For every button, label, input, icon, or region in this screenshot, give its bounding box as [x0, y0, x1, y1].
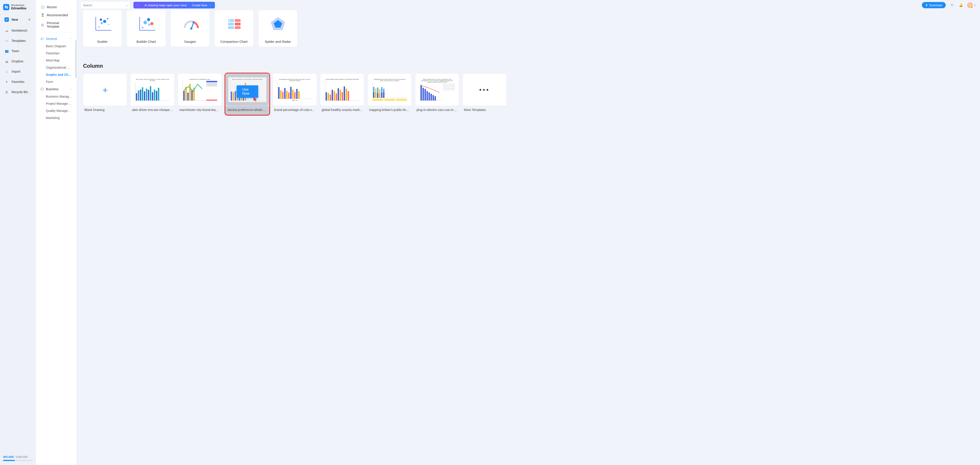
- template-cola-brand[interactable]: Percentage of people who listed each typ…: [273, 73, 317, 115]
- sub-org-chart[interactable]: Organizational Chart: [38, 64, 75, 71]
- ai-banner[interactable]: // AI drawing helps open your mind Creat…: [134, 2, 215, 8]
- new-label: New: [11, 18, 18, 21]
- more-icon: •••: [479, 86, 490, 93]
- caret-down-icon: ▼: [974, 4, 976, 6]
- plus-icon: ＋: [101, 84, 110, 96]
- template-more[interactable]: ••• More Templates: [463, 73, 506, 115]
- sec-recommended[interactable]: 🏅Recommended: [38, 11, 75, 19]
- sub-basic-diagram[interactable]: Basic Diagram: [38, 43, 75, 50]
- svg-point-7: [108, 24, 109, 25]
- template-grid: ＋ Blank Drawing Uber Drivers: EVs are ch…: [83, 73, 974, 115]
- badge-icon: 🏅: [41, 13, 45, 17]
- svg-point-14: [150, 22, 153, 25]
- storage-total: 2048.00M: [16, 455, 28, 459]
- new-button[interactable]: ＋ New ＋: [2, 14, 35, 25]
- storage-indicator: 800.45M / 2048.00M: [0, 453, 36, 465]
- sec-recent[interactable]: 🕑Recent: [38, 3, 75, 11]
- svg-point-3: [101, 22, 103, 24]
- sub-marketing[interactable]: Marketing: [38, 114, 75, 121]
- nav-workbench[interactable]: ☁Workbench: [2, 26, 35, 35]
- svg-text:✓: ✓: [237, 23, 239, 25]
- nav-dropbox[interactable]: ⬓Dropbox: [2, 57, 35, 66]
- team-icon: 👥: [5, 49, 9, 53]
- cursor-icon: [253, 97, 258, 102]
- category-general[interactable]: 🏷General ﹀: [38, 35, 75, 43]
- avatar: [967, 2, 973, 8]
- tag-icon: 🏷: [41, 37, 44, 41]
- chevron-down-icon: ﹀: [70, 37, 72, 41]
- ai-banner-text: AI drawing helps open your mind: [144, 3, 186, 7]
- cloud-icon: ☁: [5, 28, 9, 33]
- user-menu[interactable]: ▼: [967, 2, 976, 8]
- trash-icon: 🗑: [5, 90, 9, 94]
- storage-bar: [3, 460, 33, 461]
- dropbox-icon: ⬓: [5, 59, 9, 64]
- comparison-icon: ✓: [215, 10, 253, 37]
- nav-templates[interactable]: ▭Templates: [2, 36, 35, 45]
- svg-point-6: [107, 18, 108, 20]
- svg-rect-18: [235, 19, 240, 22]
- svg-point-12: [148, 23, 151, 26]
- svg-point-11: [143, 21, 147, 24]
- radar-icon: [259, 10, 297, 37]
- svg-rect-19: [228, 23, 234, 25]
- template-snacks[interactable]: Global Healthy Snacks Market vs US Marke…: [320, 73, 364, 115]
- search-input[interactable]: [83, 3, 121, 7]
- ai-create-now[interactable]: Create Now→: [192, 3, 212, 7]
- category-business[interactable]: 🖵Business ﹀: [38, 85, 75, 93]
- nav-favorites[interactable]: ♥Favorites: [2, 77, 35, 86]
- template-plugin-ev[interactable]: Plug-in Electric cars in use as a propor…: [415, 73, 459, 115]
- brand-bottom: EdrawMax: [11, 7, 27, 10]
- help-icon[interactable]: ?⃝: [949, 2, 955, 8]
- presentation-icon: 🖵: [41, 88, 44, 91]
- bubble-icon: [127, 10, 165, 37]
- plus-icon: ＋: [5, 18, 9, 22]
- bell-icon[interactable]: 🔔: [958, 2, 964, 8]
- chevron-down-icon: ﹀: [70, 88, 72, 91]
- svg-point-5: [103, 20, 106, 23]
- sub-form[interactable]: Form: [38, 78, 75, 85]
- svg-rect-22: [235, 26, 240, 29]
- download-button[interactable]: ⬇Download: [922, 2, 946, 8]
- sub-mind-map[interactable]: Mind Map: [38, 57, 75, 64]
- nav-recyclebin[interactable]: 🗑Recycle Bin: [2, 88, 35, 97]
- storage-used: 800.45M: [3, 455, 14, 459]
- arrow-right-icon: →: [208, 3, 212, 7]
- import-icon: ⤓: [5, 69, 9, 74]
- add-icon[interactable]: ＋: [27, 16, 32, 22]
- sub-graphs-charts[interactable]: Graphs and Charts: [38, 71, 75, 78]
- nav-import[interactable]: ⤓Import: [2, 67, 35, 76]
- scatter-icon: [83, 10, 122, 37]
- templates-icon: ▭: [5, 38, 9, 43]
- section-title: Column: [83, 63, 974, 69]
- logo-icon: ⇆: [3, 4, 10, 10]
- use-now-button[interactable]: Use Now: [237, 85, 258, 98]
- clock-icon: 🕑: [41, 5, 45, 9]
- search-icon[interactable]: ⌕: [126, 3, 127, 7]
- template-barista-highlighted[interactable]: Barista Preference: Whole Milk vs Altern…: [225, 73, 269, 115]
- type-comparison[interactable]: ✓ Comparison Chart: [215, 10, 253, 46]
- sub-business-management[interactable]: Business Management: [38, 93, 75, 100]
- topbar: ⌕ // AI drawing helps open your mind Cre…: [77, 0, 980, 10]
- template-blank[interactable]: ＋ Blank Drawing: [83, 73, 127, 115]
- sec-personal-template[interactable]: ▤Personal Template: [38, 19, 75, 30]
- sub-project-management[interactable]: Project Management: [38, 100, 75, 107]
- template-manchester[interactable]: Manchester City Brand/team value manches…: [178, 73, 222, 115]
- ai-slash-icon: //: [137, 3, 139, 7]
- type-radar[interactable]: Spider and Radar: [259, 10, 297, 46]
- template-britain-finances[interactable]: Mapping Britain's public finances: how t…: [368, 73, 412, 115]
- gauge-icon: [171, 10, 209, 37]
- svg-point-16: [190, 27, 192, 30]
- template-uber-evs[interactable]: Uber Drivers: EVs are cheaper to run tha…: [130, 73, 174, 115]
- nav-team[interactable]: 👥Team: [2, 46, 35, 56]
- download-icon: ⬇: [926, 3, 928, 7]
- svg-point-10: [142, 27, 144, 29]
- app-logo[interactable]: ⇆ Wondershare EdrawMax: [0, 2, 36, 14]
- type-gauges[interactable]: Gauges: [171, 10, 209, 46]
- scrollbar[interactable]: [75, 40, 76, 78]
- sub-flowchart[interactable]: Flowchart: [38, 50, 75, 57]
- sub-quality-management[interactable]: Quality Management: [38, 107, 75, 114]
- type-scatter[interactable]: Scatter: [83, 10, 122, 46]
- search-box[interactable]: ⌕: [81, 2, 130, 8]
- type-bubble[interactable]: Bubble Chart: [127, 10, 165, 46]
